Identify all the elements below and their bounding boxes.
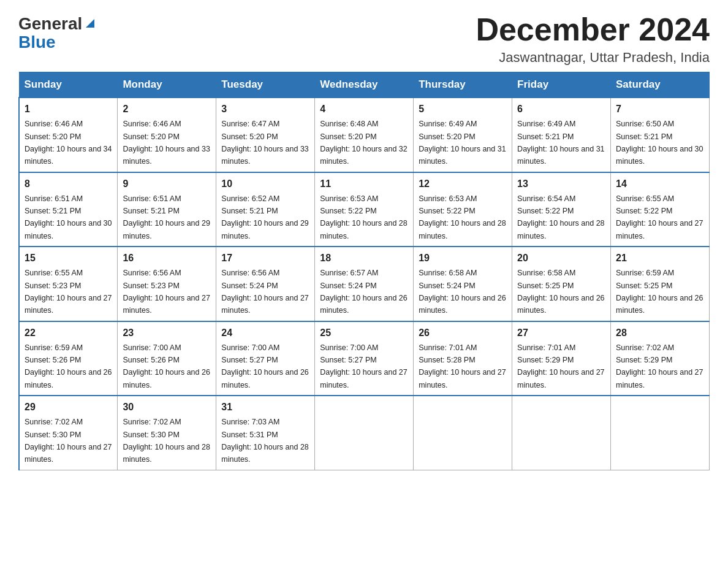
- day-number: 17: [221, 251, 309, 266]
- weekday-header-row: SundayMondayTuesdayWednesdayThursdayFrid…: [19, 72, 710, 98]
- day-info: Sunrise: 6:49 AMSunset: 5:20 PMDaylight:…: [419, 120, 506, 166]
- calendar-week-row: 1 Sunrise: 6:46 AMSunset: 5:20 PMDayligh…: [19, 98, 710, 172]
- calendar-day-cell: 19 Sunrise: 6:58 AMSunset: 5:24 PMDaylig…: [414, 247, 512, 321]
- calendar-table: SundayMondayTuesdayWednesdayThursdayFrid…: [18, 72, 710, 470]
- day-number: 14: [616, 177, 704, 191]
- day-number: 12: [419, 177, 507, 191]
- title-section: December 2024 Jaswantnagar, Uttar Prades…: [476, 12, 710, 66]
- day-info: Sunrise: 7:00 AMSunset: 5:27 PMDaylight:…: [320, 343, 407, 389]
- day-info: Sunrise: 6:53 AMSunset: 5:22 PMDaylight:…: [419, 194, 506, 240]
- calendar-day-cell: 2 Sunrise: 6:46 AMSunset: 5:20 PMDayligh…: [118, 98, 216, 172]
- day-info: Sunrise: 6:59 AMSunset: 5:25 PMDaylight:…: [616, 269, 703, 315]
- day-info: Sunrise: 7:00 AMSunset: 5:26 PMDaylight:…: [123, 343, 210, 389]
- calendar-day-cell: 10 Sunrise: 6:52 AMSunset: 5:21 PMDaylig…: [216, 172, 315, 247]
- day-info: Sunrise: 6:55 AMSunset: 5:23 PMDaylight:…: [25, 269, 112, 315]
- weekday-header-tuesday: Tuesday: [216, 72, 315, 98]
- day-info: Sunrise: 6:58 AMSunset: 5:24 PMDaylight:…: [419, 269, 506, 315]
- day-number: 5: [419, 102, 507, 117]
- logo-general: General: [18, 15, 82, 33]
- calendar-day-cell: 29 Sunrise: 7:02 AMSunset: 5:30 PMDaylig…: [19, 396, 118, 470]
- calendar-day-cell: 20 Sunrise: 6:58 AMSunset: 5:25 PMDaylig…: [512, 247, 611, 321]
- calendar-day-cell: 11 Sunrise: 6:53 AMSunset: 5:22 PMDaylig…: [315, 172, 414, 247]
- day-info: Sunrise: 7:00 AMSunset: 5:27 PMDaylight:…: [221, 343, 308, 389]
- calendar-day-cell: 4 Sunrise: 6:48 AMSunset: 5:20 PMDayligh…: [315, 98, 414, 172]
- calendar-week-row: 15 Sunrise: 6:55 AMSunset: 5:23 PMDaylig…: [19, 247, 710, 321]
- day-number: 26: [419, 326, 507, 340]
- calendar-day-cell: 25 Sunrise: 7:00 AMSunset: 5:27 PMDaylig…: [315, 321, 414, 396]
- day-number: 15: [25, 251, 112, 266]
- calendar-day-cell: 7 Sunrise: 6:50 AMSunset: 5:21 PMDayligh…: [611, 98, 710, 172]
- calendar-day-cell: 1 Sunrise: 6:46 AMSunset: 5:20 PMDayligh…: [19, 98, 118, 172]
- day-info: Sunrise: 6:59 AMSunset: 5:26 PMDaylight:…: [25, 343, 112, 389]
- day-number: 9: [123, 177, 211, 191]
- day-info: Sunrise: 6:53 AMSunset: 5:22 PMDaylight:…: [320, 194, 407, 240]
- calendar-day-cell: [512, 396, 611, 470]
- day-info: Sunrise: 7:02 AMSunset: 5:30 PMDaylight:…: [25, 418, 112, 464]
- calendar-day-cell: 9 Sunrise: 6:51 AMSunset: 5:21 PMDayligh…: [118, 172, 216, 247]
- calendar-day-cell: 6 Sunrise: 6:49 AMSunset: 5:21 PMDayligh…: [512, 98, 611, 172]
- calendar-day-cell: 28 Sunrise: 7:02 AMSunset: 5:29 PMDaylig…: [611, 321, 710, 396]
- calendar-day-cell: 16 Sunrise: 6:56 AMSunset: 5:23 PMDaylig…: [118, 247, 216, 321]
- calendar-day-cell: 3 Sunrise: 6:47 AMSunset: 5:20 PMDayligh…: [216, 98, 315, 172]
- calendar-day-cell: 18 Sunrise: 6:57 AMSunset: 5:24 PMDaylig…: [315, 247, 414, 321]
- calendar-day-cell: 21 Sunrise: 6:59 AMSunset: 5:25 PMDaylig…: [611, 247, 710, 321]
- calendar-day-cell: 31 Sunrise: 7:03 AMSunset: 5:31 PMDaylig…: [216, 396, 315, 470]
- calendar-week-row: 29 Sunrise: 7:02 AMSunset: 5:30 PMDaylig…: [19, 396, 710, 470]
- day-number: 20: [517, 251, 605, 266]
- logo-blue: Blue: [18, 33, 56, 52]
- calendar-day-cell: [611, 396, 710, 470]
- calendar-day-cell: 17 Sunrise: 6:56 AMSunset: 5:24 PMDaylig…: [216, 247, 315, 321]
- calendar-week-row: 22 Sunrise: 6:59 AMSunset: 5:26 PMDaylig…: [19, 321, 710, 396]
- day-number: 25: [320, 326, 408, 340]
- calendar-day-cell: [414, 396, 512, 470]
- calendar-day-cell: 24 Sunrise: 7:00 AMSunset: 5:27 PMDaylig…: [216, 321, 315, 396]
- day-info: Sunrise: 6:55 AMSunset: 5:22 PMDaylight:…: [616, 194, 703, 240]
- weekday-header-saturday: Saturday: [611, 72, 710, 98]
- day-info: Sunrise: 6:46 AMSunset: 5:20 PMDaylight:…: [123, 120, 210, 166]
- day-info: Sunrise: 6:52 AMSunset: 5:21 PMDaylight:…: [221, 194, 308, 240]
- day-number: 21: [616, 251, 704, 266]
- day-number: 24: [221, 326, 309, 340]
- day-number: 30: [123, 400, 211, 415]
- calendar-day-cell: 27 Sunrise: 7:01 AMSunset: 5:29 PMDaylig…: [512, 321, 611, 396]
- day-info: Sunrise: 6:51 AMSunset: 5:21 PMDaylight:…: [123, 194, 210, 240]
- day-number: 13: [517, 177, 605, 191]
- day-number: 8: [25, 177, 112, 191]
- day-number: 22: [25, 326, 112, 340]
- day-info: Sunrise: 7:01 AMSunset: 5:28 PMDaylight:…: [419, 343, 506, 389]
- logo: General Blue: [18, 12, 97, 52]
- day-number: 18: [320, 251, 408, 266]
- day-info: Sunrise: 6:48 AMSunset: 5:20 PMDaylight:…: [320, 120, 407, 166]
- day-info: Sunrise: 6:46 AMSunset: 5:20 PMDaylight:…: [25, 120, 112, 166]
- day-info: Sunrise: 6:50 AMSunset: 5:21 PMDaylight:…: [616, 120, 703, 166]
- month-title: December 2024: [476, 12, 710, 47]
- day-info: Sunrise: 7:01 AMSunset: 5:29 PMDaylight:…: [517, 343, 604, 389]
- day-info: Sunrise: 6:47 AMSunset: 5:20 PMDaylight:…: [221, 120, 308, 166]
- day-number: 27: [517, 326, 605, 340]
- weekday-header-sunday: Sunday: [19, 72, 118, 98]
- calendar-day-cell: 8 Sunrise: 6:51 AMSunset: 5:21 PMDayligh…: [19, 172, 118, 247]
- calendar-day-cell: [315, 396, 414, 470]
- day-number: 16: [123, 251, 211, 266]
- day-info: Sunrise: 6:49 AMSunset: 5:21 PMDaylight:…: [517, 120, 604, 166]
- calendar-week-row: 8 Sunrise: 6:51 AMSunset: 5:21 PMDayligh…: [19, 172, 710, 247]
- day-info: Sunrise: 7:03 AMSunset: 5:31 PMDaylight:…: [221, 418, 308, 464]
- day-info: Sunrise: 6:51 AMSunset: 5:21 PMDaylight:…: [25, 194, 112, 240]
- day-number: 7: [616, 102, 704, 117]
- weekday-header-wednesday: Wednesday: [315, 72, 414, 98]
- day-info: Sunrise: 6:56 AMSunset: 5:24 PMDaylight:…: [221, 269, 308, 315]
- day-number: 4: [320, 102, 408, 117]
- calendar-day-cell: 15 Sunrise: 6:55 AMSunset: 5:23 PMDaylig…: [19, 247, 118, 321]
- calendar-day-cell: 5 Sunrise: 6:49 AMSunset: 5:20 PMDayligh…: [414, 98, 512, 172]
- weekday-header-thursday: Thursday: [414, 72, 512, 98]
- day-number: 2: [123, 102, 211, 117]
- day-info: Sunrise: 7:02 AMSunset: 5:29 PMDaylight:…: [616, 343, 703, 389]
- day-number: 29: [25, 400, 112, 415]
- day-number: 1: [25, 102, 112, 117]
- day-info: Sunrise: 7:02 AMSunset: 5:30 PMDaylight:…: [123, 418, 210, 464]
- location-title: Jaswantnagar, Uttar Pradesh, India: [476, 50, 710, 66]
- calendar-day-cell: 23 Sunrise: 7:00 AMSunset: 5:26 PMDaylig…: [118, 321, 216, 396]
- day-number: 3: [221, 102, 309, 117]
- day-number: 6: [517, 102, 605, 117]
- day-info: Sunrise: 6:58 AMSunset: 5:25 PMDaylight:…: [517, 269, 604, 315]
